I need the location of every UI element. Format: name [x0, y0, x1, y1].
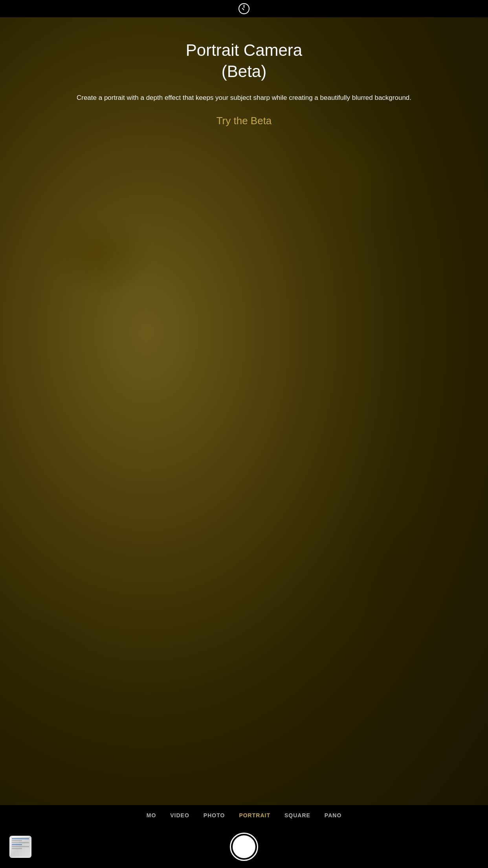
thumb-line-4 — [12, 844, 22, 845]
thumb-line-6 — [12, 848, 22, 849]
mode-item-pano[interactable]: PANO — [317, 812, 349, 818]
timer-icon[interactable] — [238, 3, 250, 14]
portrait-camera-title: Portrait Camera — [186, 41, 302, 60]
mode-item-video[interactable]: VIDEO — [163, 812, 196, 818]
mode-item-portrait[interactable]: PORTRAIT — [232, 812, 277, 818]
mode-bar: MO VIDEO PHOTO PORTRAIT SQUARE PANO — [0, 805, 488, 826]
viewfinder: Portrait Camera (Beta) Create a portrait… — [0, 17, 488, 805]
camera-flip-placeholder — [457, 836, 479, 858]
camera-screen: Portrait Camera (Beta) Create a portrait… — [0, 0, 488, 868]
shutter-button[interactable] — [230, 833, 258, 861]
thumb-line-5 — [12, 846, 29, 847]
try-beta-link[interactable]: Try the Beta — [216, 115, 272, 127]
photo-thumbnail[interactable] — [9, 836, 31, 858]
bottom-controls — [0, 826, 488, 868]
mode-item-slo[interactable]: MO — [139, 812, 163, 818]
thumb-line-1 — [12, 838, 29, 839]
mode-item-square[interactable]: SQUARE — [277, 812, 317, 818]
mode-item-photo[interactable]: PHOTO — [196, 812, 232, 818]
thumbnail-preview — [10, 837, 31, 857]
thumb-line-2 — [12, 840, 22, 841]
thumb-line-3 — [12, 842, 29, 843]
portrait-camera-subtitle: (Beta) — [222, 62, 266, 81]
status-bar — [0, 0, 488, 17]
portrait-description: Create a portrait with a depth effect th… — [61, 93, 427, 103]
shutter-inner-circle — [233, 835, 255, 858]
